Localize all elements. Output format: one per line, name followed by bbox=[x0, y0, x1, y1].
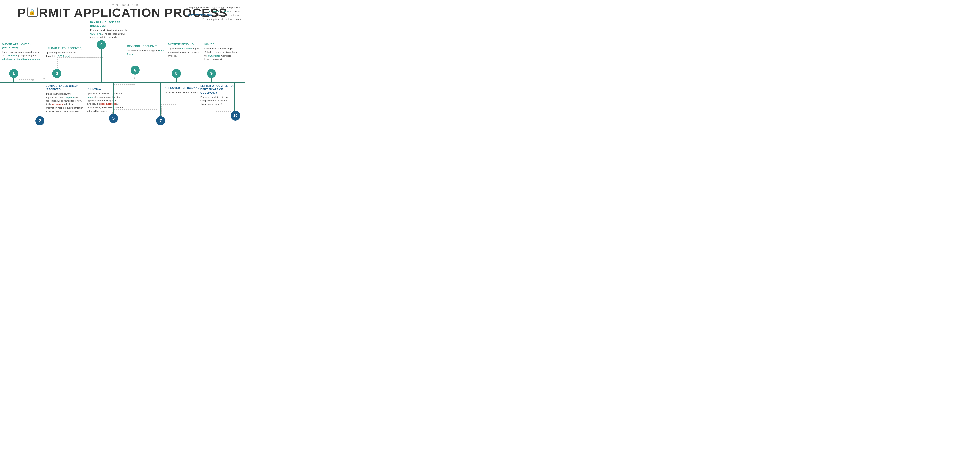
step-2-body: Intake staff will review the application… bbox=[46, 92, 83, 113]
step-10-text: Permit is complete Letter of Completion … bbox=[200, 96, 228, 105]
connector-4-down bbox=[103, 50, 103, 73]
step-1-title: SUBMIT APPLICATION (RECEIVED) bbox=[2, 43, 42, 50]
step-6-text-end: . bbox=[134, 53, 134, 56]
step-5-text1: Application is reviewed by staff. If it bbox=[87, 92, 123, 94]
vline-s10 bbox=[234, 83, 235, 111]
header: CITY OF BOULDER P 🔒 RMIT APPLICATION PRO… bbox=[0, 0, 245, 21]
connector-1-2-v bbox=[19, 79, 19, 101]
step-4-body: Pay your application fees through the CS… bbox=[90, 29, 128, 39]
connector-1-3 bbox=[19, 78, 43, 78]
step-4-block: PAY PLAN CHECK FEE (RECEIVED) Pay your a… bbox=[90, 21, 134, 39]
vline-s5 bbox=[113, 83, 114, 116]
vline-s2 bbox=[40, 83, 40, 118]
step-2-circle: 2 bbox=[35, 116, 45, 125]
step-1-body: Submit application materials through the… bbox=[2, 50, 40, 61]
connector-3-4-top bbox=[57, 57, 103, 58]
step-5-number: 5 bbox=[112, 116, 115, 121]
connector-5-6-v bbox=[114, 85, 115, 94]
connector-4-5-v bbox=[103, 73, 103, 85]
step-3-block: UPLOAD FILES (RECEIVED) Upload requested… bbox=[46, 47, 83, 58]
step-2-incomplete: incomplete bbox=[52, 103, 64, 105]
connector-5-7-h bbox=[114, 109, 157, 110]
connector-1-2-h bbox=[19, 79, 32, 80]
step-3-text-end: . bbox=[70, 55, 70, 58]
desc-mid: are on top bbox=[229, 10, 241, 13]
step-5-title: IN REVIEW bbox=[87, 88, 127, 91]
step-8-block: PAYMENT PENDING Log into the CSS Portal … bbox=[168, 43, 207, 58]
vline-s4 bbox=[101, 45, 102, 83]
step-3-portal-link[interactable]: CSS Portal bbox=[58, 55, 70, 58]
step-7-text: All reviews have been approved! bbox=[165, 91, 197, 94]
timeline-divider bbox=[0, 82, 245, 83]
connector-5-6-h bbox=[114, 85, 135, 85]
step-8-title: PAYMENT PENDING bbox=[168, 43, 207, 46]
step-1-circle: 1 bbox=[9, 69, 18, 78]
connector-7-bottom bbox=[161, 104, 162, 118]
step-4-portal-link[interactable]: CSS Portal bbox=[90, 33, 102, 35]
step-8-number: 8 bbox=[175, 71, 178, 76]
step-4-text-pre: Pay your application fees through the bbox=[90, 29, 128, 31]
step-2-block: COMPLETENESS CHECK (RECEIVED) Intake sta… bbox=[46, 85, 89, 113]
header-description: A quick tour of our online application p… bbox=[178, 6, 241, 21]
arrow-1-2: ▸ bbox=[32, 77, 34, 82]
vline-s7 bbox=[160, 83, 161, 118]
step-5-circle: 5 bbox=[109, 114, 118, 123]
step-7-number: 7 bbox=[159, 118, 162, 123]
step-9-number: 9 bbox=[210, 71, 213, 76]
step-2-number: 2 bbox=[39, 118, 41, 123]
step-7-title: APPROVED FOR ISSUANCE bbox=[165, 86, 202, 90]
step-7-circle: 7 bbox=[156, 116, 165, 125]
step-8-portal-link[interactable]: CSS Portal bbox=[180, 48, 192, 50]
step-8-body: Log into the CSS Portal to pay remaining… bbox=[168, 47, 205, 58]
step-4-title: PAY PLAN CHECK FEE (RECEIVED) bbox=[90, 21, 134, 28]
connector-4-5-h bbox=[103, 85, 113, 85]
step-10-number: 10 bbox=[233, 113, 237, 118]
step-6-title: REVISION - RESUBMIT bbox=[127, 45, 165, 48]
step-3-number: 3 bbox=[56, 71, 58, 76]
step-7-block: APPROVED FOR ISSUANCE All reviews have b… bbox=[165, 86, 202, 94]
step-1-text-mid: (if applicable) or to bbox=[18, 54, 37, 57]
step-6-text-pre: Resubmit materials through the bbox=[127, 50, 159, 52]
step-1-email-link[interactable]: pdsskipatrip@bouldercolorado.gov bbox=[2, 58, 40, 60]
title-pre: P bbox=[18, 6, 26, 19]
customer-tasks-label: CUSTOMER TASKS bbox=[205, 10, 229, 13]
step-10-circle: 10 bbox=[231, 111, 240, 121]
arrow-3-to-1: ◂ bbox=[43, 76, 45, 81]
step-6-block: REVISION - RESUBMIT Resubmit materials t… bbox=[127, 45, 165, 56]
step-4-circle: 4 bbox=[97, 40, 106, 49]
step-8-circle: 8 bbox=[172, 69, 181, 78]
step-9-body: Construction can now begin! Schedule you… bbox=[204, 47, 242, 61]
step-1-number: 1 bbox=[13, 71, 15, 76]
step-8-text-pre: Log into the bbox=[168, 48, 180, 50]
step-1-block: SUBMIT APPLICATION (RECEIVED) Submit app… bbox=[2, 43, 42, 61]
connector-7-8-h bbox=[161, 104, 176, 105]
step-9-portal-link[interactable]: CSS Portal bbox=[208, 54, 220, 57]
desc-text: A quick tour of our online application p… bbox=[189, 6, 241, 9]
lock-icon: 🔒 bbox=[27, 7, 38, 17]
step-5-body: Application is reviewed by staff. If it … bbox=[87, 92, 124, 113]
step-9-title: ISSUED bbox=[204, 43, 242, 46]
step-1-text-end: . bbox=[40, 58, 41, 60]
step-10-body: Permit is complete Letter of Completion … bbox=[200, 96, 238, 106]
city-staff-tasks-label: CITY STAFF TASKS bbox=[188, 14, 212, 17]
step-2-text3: If it is bbox=[46, 103, 52, 105]
step-3-title: UPLOAD FILES (RECEIVED) bbox=[46, 47, 83, 50]
step-2-complete: complete bbox=[64, 96, 74, 99]
step-4-number: 4 bbox=[100, 42, 103, 47]
step-2-title: COMPLETENESS CHECK (RECEIVED) bbox=[46, 85, 89, 91]
connector-9-10-v bbox=[216, 85, 216, 111]
step-6-number: 6 bbox=[134, 67, 136, 73]
timeline-area: 1 SUBMIT APPLICATION (RECEIVED) Submit a… bbox=[0, 21, 245, 138]
step-7-body: All reviews have been approved! bbox=[165, 91, 202, 94]
step-9-circle: 9 bbox=[207, 69, 216, 78]
step-6-circle: 6 bbox=[130, 65, 140, 75]
step-5-meets: meets bbox=[87, 96, 94, 98]
step-6-body: Resubmit materials through the CSS Porta… bbox=[127, 49, 165, 56]
connector-9-10-h bbox=[216, 111, 231, 112]
page-container: CITY OF BOULDER P 🔒 RMIT APPLICATION PRO… bbox=[0, 0, 245, 138]
step-9-block: ISSUED Construction can now begin! Sched… bbox=[204, 43, 242, 61]
step-3-circle: 3 bbox=[52, 69, 61, 78]
step-1-portal-link[interactable]: CSS Portal bbox=[6, 54, 18, 57]
